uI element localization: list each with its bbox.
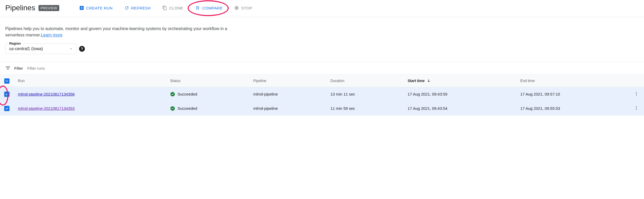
col-start-time-label: Start time	[408, 79, 425, 83]
plus-box-icon	[79, 6, 84, 10]
intro-text: Pipelines help you to automate, monitor …	[5, 26, 232, 38]
compare-button[interactable]: COMPARE	[194, 4, 224, 12]
col-start-time[interactable]: Start time	[403, 75, 516, 87]
status-text: Succeeded	[177, 106, 197, 111]
end-time-cell: 17 Aug 2021, 09:57:10	[516, 87, 629, 101]
table-row: mlmd-pipeline-20210817134358 Succeeded m…	[0, 87, 644, 101]
action-bar: CREATE RUN REFRESH CLONE COMPARE STOP	[78, 4, 253, 12]
success-icon	[170, 92, 175, 97]
end-time-cell: 17 Aug 2021, 09:55:53	[516, 101, 629, 116]
intro-section: Pipelines help you to automate, monitor …	[0, 17, 237, 61]
svg-point-10	[636, 109, 637, 110]
stop-icon	[234, 6, 239, 10]
col-end-time[interactable]: End time	[516, 75, 629, 87]
col-pipeline[interactable]: Pipeline	[249, 75, 326, 87]
sort-desc-icon	[427, 79, 431, 83]
check-icon	[5, 107, 9, 110]
row-checkbox[interactable]	[4, 106, 9, 111]
pipeline-cell: mlmd-pipeline	[249, 87, 326, 101]
svg-point-9	[636, 108, 637, 108]
start-time-cell: 17 Aug 2021, 09:43:59	[403, 87, 516, 101]
runs-table: Run Status Pipeline Duration Start time …	[0, 74, 644, 116]
row-actions-button[interactable]	[633, 90, 640, 98]
row-checkbox[interactable]	[4, 92, 9, 97]
region-dropdown[interactable]: Region us-central1 (Iowa)	[5, 44, 76, 54]
refresh-icon	[124, 6, 129, 10]
table-body: mlmd-pipeline-20210817134358 Succeeded m…	[0, 87, 644, 116]
create-run-label: CREATE RUN	[86, 6, 113, 10]
status-cell: Succeeded	[170, 92, 245, 97]
check-icon	[5, 92, 9, 96]
table-header-row: Run Status Pipeline Duration Start time …	[0, 75, 644, 87]
page-title: Pipelines	[5, 4, 35, 12]
run-link[interactable]: mlmd-pipeline-20210817134353	[18, 106, 75, 111]
more-vert-icon	[634, 91, 639, 96]
row-actions-button[interactable]	[633, 105, 640, 112]
filter-label: Filter	[14, 66, 23, 70]
duration-cell: 11 min 59 sec	[326, 101, 403, 116]
status-text: Succeeded	[177, 92, 197, 96]
filter-input[interactable]	[27, 66, 639, 71]
col-run[interactable]: Run	[14, 75, 166, 87]
create-run-button[interactable]: CREATE RUN	[78, 4, 114, 12]
row-checkbox-cell	[0, 87, 14, 101]
title-block: Pipelines PREVIEW	[5, 4, 59, 12]
col-actions	[629, 75, 644, 87]
filter-bar: Filter	[0, 62, 644, 74]
region-label: Region	[8, 41, 22, 45]
pipeline-cell: mlmd-pipeline	[249, 101, 326, 116]
run-link[interactable]: mlmd-pipeline-20210817134358	[18, 92, 75, 96]
svg-rect-2	[236, 7, 237, 9]
refresh-button[interactable]: REFRESH	[123, 4, 152, 12]
clone-label: CLONE	[169, 6, 183, 10]
stop-label: STOP	[241, 6, 252, 10]
svg-point-4	[636, 92, 637, 93]
status-cell: Succeeded	[170, 106, 245, 111]
clone-button: CLONE	[161, 4, 184, 12]
region-box: Region us-central1 (Iowa) ?	[5, 44, 85, 54]
region-help-button[interactable]: ?	[79, 46, 85, 52]
clone-icon	[162, 6, 167, 10]
col-duration[interactable]: Duration	[326, 75, 403, 87]
learn-more-link[interactable]: Learn more	[41, 33, 62, 37]
refresh-label: REFRESH	[131, 6, 151, 10]
chevron-down-icon	[69, 47, 72, 50]
compare-icon	[195, 6, 200, 10]
select-all-header	[0, 75, 14, 87]
start-time-cell: 17 Aug 2021, 09:43:54	[403, 101, 516, 116]
preview-badge: PREVIEW	[38, 5, 59, 11]
region-value: us-central1 (Iowa)	[9, 46, 43, 51]
filter-icon	[5, 65, 11, 71]
more-vert-icon	[634, 106, 639, 110]
stop-button: STOP	[233, 4, 253, 12]
row-checkbox-cell	[0, 101, 14, 116]
duration-cell: 13 min 11 sec	[326, 87, 403, 101]
svg-point-6	[636, 95, 637, 96]
svg-point-8	[636, 106, 637, 107]
svg-point-5	[636, 93, 637, 94]
compare-label: COMPARE	[202, 6, 223, 10]
select-all-checkbox[interactable]	[4, 78, 9, 84]
top-bar: Pipelines PREVIEW CREATE RUN REFRESH CLO…	[0, 0, 644, 17]
success-icon	[170, 106, 175, 111]
intro-description: Pipelines help you to automate, monitor …	[5, 26, 227, 37]
col-status[interactable]: Status	[166, 75, 249, 87]
table-row: mlmd-pipeline-20210817134353 Succeeded m…	[0, 101, 644, 116]
